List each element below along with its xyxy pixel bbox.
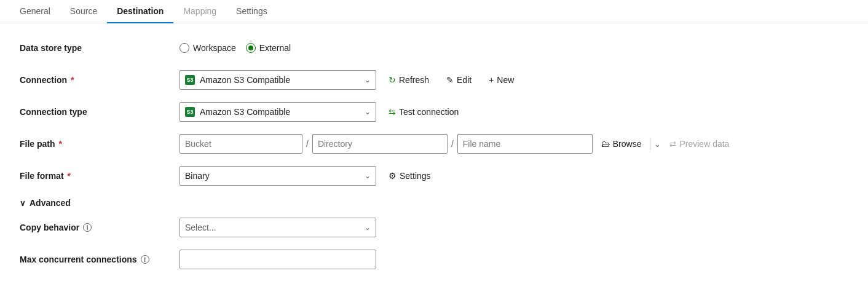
file-format-dropdown[interactable]: Binary ⌄	[180, 166, 376, 186]
test-connection-icon: ⇆	[389, 107, 396, 117]
file-path-required: *	[59, 139, 62, 149]
path-separator-1: /	[306, 139, 309, 149]
radio-workspace-input[interactable]	[180, 43, 189, 53]
file-format-select-content: Binary	[185, 171, 365, 181]
file-path-row: File path * / / 🗁 Browse ⌄ ⇄ Preview dat…	[20, 134, 848, 154]
connection-type-controls: S3 Amazon S3 Compatible ⌄ ⇆ Test connect…	[180, 102, 464, 122]
file-path-controls: / / 🗁 Browse ⌄ ⇄ Preview data	[180, 134, 734, 154]
bucket-input[interactable]	[180, 134, 302, 154]
radio-group-data-store: Workspace External	[180, 43, 291, 53]
copy-behavior-label: Copy behavior i	[20, 223, 180, 232]
file-format-row: File format * Binary ⌄ ⚙ Settings	[20, 166, 848, 186]
test-connection-button[interactable]: ⇆ Test connection	[384, 105, 464, 119]
connection-row: Connection * S3 Amazon S3 Compatible ⌄ ↻…	[20, 70, 848, 90]
file-path-inputs: / / 🗁 Browse ⌄ ⇄ Preview data	[180, 134, 734, 154]
connection-type-label: Connection type	[20, 107, 180, 117]
chevron-down-browse-icon[interactable]: ⌄	[654, 140, 661, 149]
connection-label: Connection *	[20, 75, 180, 85]
settings-icon: ⚙	[389, 171, 397, 181]
advanced-chevron-icon: ∨	[20, 199, 26, 208]
divider	[650, 138, 650, 150]
connection-type-chevron-icon: ⌄	[365, 108, 371, 116]
max-concurrent-connections-controls	[180, 250, 376, 269]
connection-chevron-icon: ⌄	[365, 76, 371, 84]
copy-behavior-info-icon[interactable]: i	[83, 223, 92, 232]
connection-type-select-content: S3 Amazon S3 Compatible	[185, 107, 365, 117]
max-concurrent-connections-row: Max concurrent connections i	[20, 250, 848, 269]
connection-dropdown[interactable]: S3 Amazon S3 Compatible ⌄	[180, 70, 376, 90]
max-concurrent-connections-label: Max concurrent connections i	[20, 255, 180, 264]
max-concurrent-connections-input[interactable]	[180, 250, 376, 269]
file-format-controls: Binary ⌄ ⚙ Settings	[180, 166, 436, 186]
file-format-label: File format *	[20, 171, 180, 181]
radio-external-dot	[248, 45, 253, 50]
form-content: Data store type Workspace External Co	[0, 23, 868, 296]
file-format-required: *	[68, 171, 71, 181]
connection-required: *	[71, 75, 74, 85]
file-path-label: File path *	[20, 139, 180, 149]
copy-behavior-dropdown[interactable]: Select... ⌄	[180, 218, 376, 237]
s3-type-icon: S3	[185, 107, 195, 117]
connection-select-content: S3 Amazon S3 Compatible	[185, 75, 365, 85]
tab-settings[interactable]: Settings	[226, 0, 277, 23]
filename-input[interactable]	[457, 134, 593, 154]
tab-general[interactable]: General	[10, 0, 60, 23]
tab-mapping: Mapping	[173, 0, 226, 23]
max-concurrent-info-icon[interactable]: i	[141, 255, 149, 264]
advanced-toggle[interactable]: ∨ Advanced	[20, 198, 848, 208]
tab-destination[interactable]: Destination	[107, 0, 173, 23]
copy-behavior-controls: Select... ⌄	[180, 218, 376, 237]
connection-type-dropdown[interactable]: S3 Amazon S3 Compatible ⌄	[180, 102, 376, 122]
edit-icon: ✎	[446, 75, 454, 85]
data-store-type-controls: Workspace External	[180, 43, 291, 53]
preview-data-button[interactable]: ⇄ Preview data	[665, 136, 734, 151]
browse-button[interactable]: 🗁 Browse	[596, 136, 647, 151]
edit-button[interactable]: ✎ Edit	[441, 73, 476, 87]
refresh-icon: ↻	[389, 75, 396, 85]
tab-source[interactable]: Source	[60, 0, 107, 23]
preview-icon: ⇄	[669, 140, 676, 149]
copy-behavior-select-content: Select...	[185, 223, 365, 232]
data-store-type-row: Data store type Workspace External	[20, 38, 848, 58]
new-plus-icon: +	[489, 75, 494, 85]
browse-folder-icon: 🗁	[601, 139, 610, 149]
tabs-container: General Source Destination Mapping Setti…	[0, 0, 868, 23]
refresh-button[interactable]: ↻ Refresh	[384, 73, 434, 87]
directory-input[interactable]	[312, 134, 448, 154]
radio-external[interactable]: External	[246, 43, 291, 53]
connection-type-row: Connection type S3 Amazon S3 Compatible …	[20, 102, 848, 122]
s3-icon: S3	[185, 75, 195, 85]
copy-behavior-row: Copy behavior i Select... ⌄	[20, 218, 848, 237]
data-store-type-label: Data store type	[20, 43, 180, 53]
new-button[interactable]: + New	[484, 73, 519, 87]
connection-controls: S3 Amazon S3 Compatible ⌄ ↻ Refresh ✎ Ed…	[180, 70, 519, 90]
path-separator-2: /	[451, 139, 454, 149]
copy-behavior-chevron-icon: ⌄	[365, 223, 371, 232]
file-format-settings-button[interactable]: ⚙ Settings	[384, 168, 436, 183]
tab-bar: General Source Destination Mapping Setti…	[0, 0, 868, 23]
radio-external-input[interactable]	[246, 43, 256, 53]
file-format-chevron-icon: ⌄	[365, 172, 371, 180]
radio-workspace[interactable]: Workspace	[180, 43, 236, 53]
